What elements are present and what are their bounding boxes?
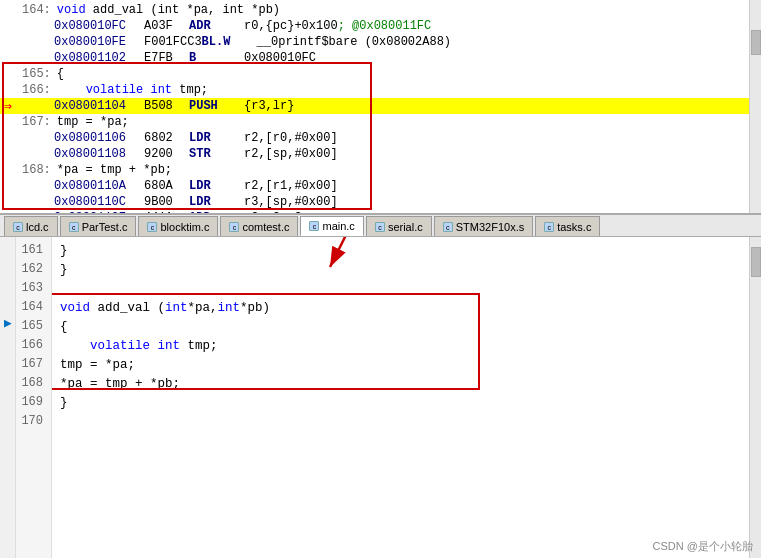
code-text: } bbox=[60, 263, 68, 277]
tab-file-icon: c bbox=[69, 222, 79, 232]
disasm-arrow: ⇒ bbox=[4, 98, 22, 114]
disasm-addr: 0x0800110E bbox=[54, 211, 144, 215]
disasm-mnem: STR bbox=[189, 147, 244, 161]
tab-file-icon: c bbox=[375, 222, 385, 232]
tab-blocktimc[interactable]: cblocktim.c bbox=[138, 216, 218, 236]
disasm-linenum: 164: bbox=[22, 3, 57, 17]
gutter-row bbox=[0, 332, 16, 351]
disasm-hex: 9B00 bbox=[144, 195, 189, 209]
disasm-row: 0x0800110C9B00LDRr3,[sp,#0x00] bbox=[0, 194, 761, 210]
disasm-label: { bbox=[57, 67, 64, 81]
code-line-num: 163 bbox=[16, 279, 47, 298]
disasm-operand: {r3,lr} bbox=[244, 99, 294, 113]
tab-label: comtest.c bbox=[242, 221, 289, 233]
disasm-hex: 9200 bbox=[144, 147, 189, 161]
kw-int3: int bbox=[158, 339, 181, 353]
code-line: } bbox=[60, 241, 753, 260]
disasm-row: 0x080011089200STRr2,[sp,#0x00] bbox=[0, 146, 761, 162]
gutter-row bbox=[0, 237, 16, 256]
tab-label: main.c bbox=[322, 220, 354, 232]
disasm-hex: 680A bbox=[144, 179, 189, 193]
disasm-addr: 0x0800110A bbox=[54, 179, 144, 193]
disasm-addr: 0x08001104 bbox=[54, 99, 144, 113]
kw-void: void bbox=[60, 301, 90, 315]
kw-int2: int bbox=[218, 301, 241, 315]
disasm-scrollbar[interactable] bbox=[749, 0, 761, 213]
disasm-row: 167: tmp = *pa; bbox=[0, 114, 761, 130]
kw-volatile: volatile bbox=[90, 339, 150, 353]
tab-label: STM32F10x.s bbox=[456, 221, 524, 233]
tab-file-icon: c bbox=[443, 222, 453, 232]
code-line-num: 166 bbox=[16, 336, 47, 355]
disassembly-panel: 164:void add_val (int *pa, int *pb)0x080… bbox=[0, 0, 761, 215]
disasm-row: 168: *pa = tmp + *pb; bbox=[0, 162, 761, 178]
disasm-label: tmp = *pa; bbox=[57, 115, 129, 129]
gutter-row bbox=[0, 294, 16, 313]
tab-ParTestc[interactable]: cParTest.c bbox=[60, 216, 137, 236]
tab-bar: clcd.ccParTest.ccblocktim.cccomtest.ccma… bbox=[0, 215, 761, 237]
disasm-operand: 0x080010FC bbox=[244, 51, 316, 65]
disasm-addr: 0x080010FC bbox=[54, 19, 144, 33]
code-line: tmp = *pa; bbox=[60, 355, 753, 374]
code-text: *pa = tmp + *pb; bbox=[60, 377, 180, 391]
code-scrollbar[interactable] bbox=[749, 237, 761, 558]
gutter-row bbox=[0, 351, 16, 370]
disasm-mnem: B bbox=[189, 51, 244, 65]
gutter-row bbox=[0, 408, 16, 427]
gutter-row bbox=[0, 370, 16, 389]
disasm-operand: r2,[r0,#0x00] bbox=[244, 131, 338, 145]
disasm-linenum: 168: bbox=[22, 163, 57, 177]
code-content-area: } }void add_val (int *pa, int *pb){ vola… bbox=[52, 237, 761, 558]
disasm-row: 0x080010FCA03FADRr0,{pc}+0x100 ; @0x0800… bbox=[0, 18, 761, 34]
disasm-scrollbar-thumb[interactable] bbox=[751, 30, 761, 55]
disasm-mnem: LDR bbox=[189, 131, 244, 145]
disasm-linenum: 166: bbox=[22, 83, 57, 97]
disasm-operand: __0printf$bare (0x08002A88) bbox=[257, 35, 451, 49]
disasm-mnem: LDR bbox=[189, 195, 244, 209]
disasm-addr: 0x080010FE bbox=[54, 35, 144, 49]
disasm-operand: r2,r2,r3 bbox=[244, 211, 302, 215]
code-scrollbar-thumb[interactable] bbox=[751, 247, 761, 277]
code-line-num: 162 bbox=[16, 260, 47, 279]
disasm-row: 0x080011066802LDRr2,[r0,#0x00] bbox=[0, 130, 761, 146]
disasm-hex: A03F bbox=[144, 19, 189, 33]
disasm-row: 166: volatile int tmp; bbox=[0, 82, 761, 98]
disasm-operand: r3,[sp,#0x00] bbox=[244, 195, 338, 209]
tab-file-icon: c bbox=[229, 222, 239, 232]
tab-STM32F10xs[interactable]: cSTM32F10x.s bbox=[434, 216, 533, 236]
code-text: } bbox=[60, 396, 68, 410]
tab-tasksc[interactable]: ctasks.c bbox=[535, 216, 600, 236]
code-line: { bbox=[60, 317, 753, 336]
code-line-num: 170 bbox=[16, 412, 47, 431]
code-line: *pa = tmp + *pb; bbox=[60, 374, 753, 393]
code-text: tmp = *pa; bbox=[60, 358, 135, 372]
watermark: CSDN @是个小轮胎 bbox=[653, 539, 753, 554]
disasm-mnem: ADR bbox=[189, 19, 244, 33]
disasm-linenum: 165: bbox=[22, 67, 57, 81]
disasm-hex: B508 bbox=[144, 99, 189, 113]
tab-file-icon: c bbox=[309, 221, 319, 231]
disasm-linenum: 167: bbox=[22, 115, 57, 129]
disasm-operand: r2,[sp,#0x00] bbox=[244, 147, 338, 161]
code-line-num: 165 bbox=[16, 317, 47, 336]
tab-label: tasks.c bbox=[557, 221, 591, 233]
tab-mainc[interactable]: cmain.c bbox=[300, 216, 363, 236]
disasm-operand: r2,[r1,#0x00] bbox=[244, 179, 338, 193]
disasm-label: volatile int tmp; bbox=[57, 83, 208, 97]
disasm-mnem: PUSH bbox=[189, 99, 244, 113]
disasm-row: 0x0800110E441AADDr2,r2,r3 bbox=[0, 210, 761, 215]
disasm-row: 164:void add_val (int *pa, int *pb) bbox=[0, 2, 761, 18]
disasm-mnem: BL.W bbox=[202, 35, 257, 49]
tab-label: blocktim.c bbox=[160, 221, 209, 233]
code-line-numbers: 161162163164165166167168169170 bbox=[16, 237, 52, 558]
code-line-num: 167 bbox=[16, 355, 47, 374]
disasm-addr: 0x08001108 bbox=[54, 147, 144, 161]
tab-comtestc[interactable]: ccomtest.c bbox=[220, 216, 298, 236]
gutter-row bbox=[0, 389, 16, 408]
tab-lcdc[interactable]: clcd.c bbox=[4, 216, 58, 236]
code-line: volatile int tmp; bbox=[60, 336, 753, 355]
code-text: { bbox=[60, 320, 68, 334]
code-line: } bbox=[60, 260, 753, 279]
tab-serialc[interactable]: cserial.c bbox=[366, 216, 432, 236]
disasm-hex: 441A bbox=[144, 211, 189, 215]
